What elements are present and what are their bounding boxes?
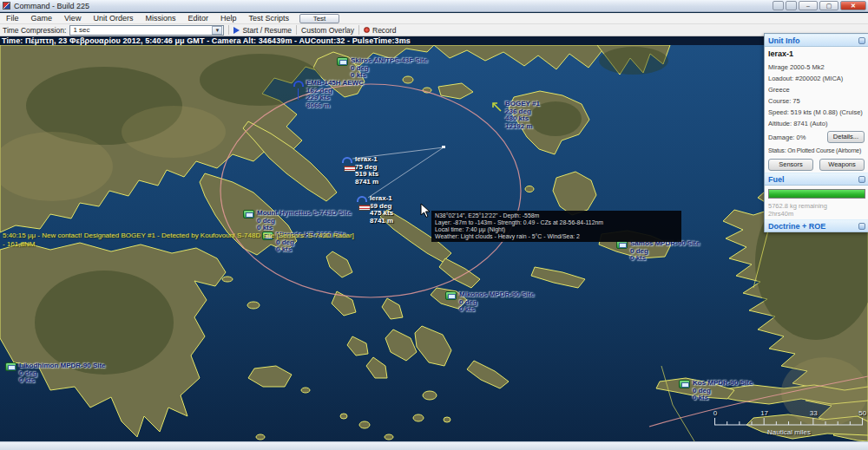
aircraft-friendly-icon[interactable] bbox=[293, 81, 304, 87]
unit-status: Status: On Plotted Course (Airborne) bbox=[768, 146, 865, 156]
unit-label: Ierax-175 deg519 kts8741 m bbox=[355, 156, 378, 186]
minimize-button[interactable]: – bbox=[799, 1, 818, 10]
menu-help[interactable]: Help bbox=[214, 13, 243, 24]
pin-icon[interactable] bbox=[858, 37, 865, 44]
unit-label: Skiros AN/TPS-43F Site0 deg0 kts bbox=[351, 57, 428, 80]
pin-icon[interactable] bbox=[858, 223, 865, 230]
menu-missions[interactable]: Missions bbox=[139, 13, 181, 24]
record-button[interactable]: Record bbox=[372, 26, 396, 35]
radar-site-icon[interactable] bbox=[5, 362, 16, 371]
maximize-button[interactable]: ▢ bbox=[819, 1, 838, 10]
doctrine-roe-header[interactable]: Doctrine + ROE bbox=[765, 219, 868, 232]
fuel-endurance: 2hrs40m bbox=[768, 210, 865, 218]
scale-ruler bbox=[713, 417, 865, 426]
menu-editor[interactable]: Editor bbox=[181, 13, 214, 24]
time-compression-label: Time Compression: bbox=[3, 26, 66, 35]
start-resume-button[interactable]: Start / Resume bbox=[242, 26, 292, 35]
right-sidebar: Unit Info Ierax-1 Mirage 2000-5 Mk2 Load… bbox=[764, 33, 868, 232]
command-app-window: Command - Build 225 – ▢ ✕ FileGameViewUn… bbox=[0, 0, 868, 450]
play-icon bbox=[233, 27, 240, 34]
scale-tick-label: 17 bbox=[760, 409, 768, 417]
map-unit-bogey-1[interactable]: BOGEY #1236 deg480 kts12192 m bbox=[491, 101, 540, 130]
unit-info-header[interactable]: Unit Info bbox=[765, 34, 868, 47]
scale-tick-labels: 0173350 bbox=[713, 409, 865, 417]
map-unit-likodhimon-mpdr-90-site[interactable]: Likodhimon MPDR-90 Site0 deg0 kts bbox=[5, 362, 106, 385]
menu-file[interactable]: File bbox=[0, 13, 25, 24]
unit-label: EMB-145H AEWC162 deg229 kts8066 m bbox=[306, 80, 364, 109]
map-unit-samos-mpdr-90-site[interactable]: Samos MPDR-90 Site0 deg0 kts bbox=[616, 240, 700, 263]
test-button[interactable]: Test bbox=[299, 14, 339, 23]
unit-label: Kos MPDR-90 Site0 deg0 kts bbox=[693, 380, 753, 402]
window-bottom-edge bbox=[0, 441, 868, 450]
window-title: Command - Build 225 bbox=[14, 2, 89, 10]
map-unit-mount-hymettus-s-743d-site[interactable]: Mount Hymettus S-743D Site0 deg0 kts bbox=[243, 210, 352, 232]
map-unit-kos-mpdr-90-site[interactable]: Kos MPDR-90 Site0 deg0 kts bbox=[679, 380, 753, 402]
map-unit-ierax-1[interactable]: Ierax-169 deg475 kts8741 m bbox=[357, 195, 393, 225]
fuel-gauge bbox=[768, 189, 865, 199]
radar-site-icon[interactable] bbox=[243, 210, 254, 218]
menu-unit-orders[interactable]: Unit Orders bbox=[87, 13, 139, 24]
unit-label: Samos MPDR-90 Site0 deg0 kts bbox=[630, 240, 700, 263]
weapons-button[interactable]: Weapons bbox=[819, 159, 865, 171]
scale-tick-label: 33 bbox=[810, 409, 818, 417]
unit-label: Mount Hymettus S-743D Site0 deg0 kts bbox=[257, 210, 352, 232]
sensors-button[interactable]: Sensors bbox=[768, 159, 813, 171]
radar-site-icon[interactable] bbox=[337, 57, 348, 66]
fuel-header[interactable]: Fuel bbox=[765, 173, 868, 186]
chevron-down-icon[interactable]: ▼ bbox=[212, 26, 222, 35]
close-button[interactable]: ✕ bbox=[840, 1, 866, 10]
custom-overlay-button[interactable]: Custom Overlay bbox=[301, 26, 354, 35]
menu-items: FileGameViewUnit OrdersMissionsEditorHel… bbox=[0, 13, 332, 24]
menu-view[interactable]: View bbox=[58, 13, 87, 24]
menu-test-scripts[interactable]: Test Scripts bbox=[242, 13, 295, 24]
radar-site-icon[interactable] bbox=[679, 380, 690, 388]
unit-label: Likodhimon MPDR-90 Site0 deg0 kts bbox=[19, 362, 106, 385]
title-bar[interactable]: Command - Build 225 – ▢ ✕ bbox=[0, 0, 868, 12]
toolbar: Time Compression: 1 sec ▼ Start / Resume… bbox=[0, 24, 868, 36]
fuel-remaining: 5762.8 kg remaining bbox=[768, 202, 865, 210]
app-icon bbox=[3, 2, 10, 10]
contact-unknown-icon[interactable] bbox=[491, 101, 503, 112]
scale-caption: Nautical miles bbox=[713, 428, 865, 436]
unit-altitude: Altitude: 8741 (Auto) bbox=[768, 118, 865, 129]
aircraft-selected-icon[interactable] bbox=[357, 196, 367, 202]
unit-speed: Speed: 519 kts (M 0.88) (Cruise) bbox=[768, 107, 865, 118]
map-unit-emb-145h-aewc[interactable]: EMB-145H AEWC162 deg229 kts8066 m bbox=[293, 80, 364, 109]
scale-tick-label: 0 bbox=[713, 409, 717, 417]
map-unit-mikonos-mpdr-90-site[interactable]: Mikonos MPDR-90 Site0 deg0 kts bbox=[445, 291, 535, 314]
mouse-cursor-icon bbox=[420, 203, 431, 222]
pin-icon[interactable] bbox=[858, 176, 865, 183]
scale-bar: 0173350 Nautical miles bbox=[713, 409, 865, 436]
titlebar-extra-button-2[interactable] bbox=[786, 1, 797, 10]
record-icon bbox=[364, 27, 370, 33]
aircraft-selected-icon[interactable] bbox=[342, 157, 352, 163]
radar-site-icon[interactable] bbox=[445, 291, 457, 300]
contact-log: 5:40:15 μμ - New contact! Designated BOG… bbox=[3, 232, 354, 249]
unit-name: Ierax-1 bbox=[768, 49, 865, 58]
map-canvas[interactable]: Skiros AN/TPS-43F Site0 deg0 ktsEMB-145H… bbox=[0, 45, 868, 441]
unit-country: Greece bbox=[768, 84, 865, 95]
map-unit-ierax-1[interactable]: Ierax-175 deg519 kts8741 m bbox=[342, 156, 378, 186]
unit-label: Ierax-169 deg475 kts8741 m bbox=[370, 195, 393, 225]
unit-damage: Damage: 0% bbox=[768, 134, 806, 141]
menu-bar: FileGameViewUnit OrdersMissionsEditorHel… bbox=[0, 13, 868, 24]
unit-label: BOGEY #1236 deg480 kts12192 m bbox=[505, 101, 540, 130]
unit-course: Course: 75 bbox=[768, 95, 865, 107]
map-hover-tooltip: N38°02'14", E25°12'22" - Depth: -558m La… bbox=[431, 211, 681, 242]
time-compression-select[interactable]: 1 sec ▼ bbox=[69, 25, 224, 36]
scale-tick-label: 50 bbox=[858, 409, 866, 417]
unit-loadout: Loadout: #200002 (MICA) bbox=[768, 73, 865, 84]
map-unit-skiros-an-tps-43f-site[interactable]: Skiros AN/TPS-43F Site0 deg0 kts bbox=[337, 57, 428, 80]
menu-game[interactable]: Game bbox=[25, 13, 59, 24]
details-button[interactable]: Details... bbox=[827, 131, 865, 143]
unit-class: Mirage 2000-5 Mk2 bbox=[768, 62, 865, 73]
unit-label: Mikonos MPDR-90 Site0 deg0 kts bbox=[459, 291, 535, 314]
titlebar-extra-button-1[interactable] bbox=[773, 1, 784, 10]
